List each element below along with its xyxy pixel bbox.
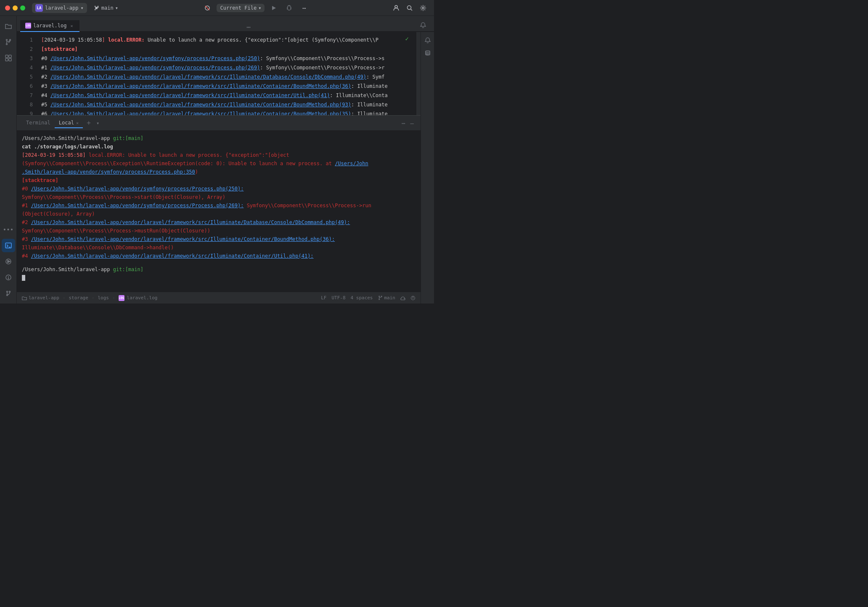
terminal-trace-0-cont: Symfony\\Component\\Process\\Process->st…	[22, 193, 415, 201]
svg-point-27	[9, 291, 10, 293]
terminal-minimize-icon[interactable]: —	[409, 119, 415, 127]
terminal-trace-4-partial: #4 /Users/John.Smith/laravel-app/vendor/…	[22, 252, 415, 260]
tab-more-button[interactable]: ⋯	[246, 23, 251, 31]
code-line-1: [2024-03-19 15:05:58] local.ERROR: Unabl…	[41, 35, 416, 45]
line-numbers: 1 2 3 4 5 6 7 8 9 10 11	[17, 32, 38, 115]
issues-icon[interactable]	[2, 271, 15, 284]
terminal-line-err3: .Smith/laravel-app/vendor/symfony/proces…	[22, 168, 415, 176]
svg-point-33	[413, 297, 413, 297]
traffic-lights	[5, 5, 25, 11]
run-button[interactable]	[268, 2, 280, 14]
info-status-icon	[410, 296, 415, 301]
terminal-prompt-bottom: /Users/John.Smith/laravel-app git:[main]	[22, 265, 415, 274]
breadcrumb-sep-2: ›	[92, 295, 95, 301]
code-line-9: #6 /Users/John.Smith/laravel-app/vendor/…	[41, 109, 416, 115]
branch-name: main	[101, 5, 114, 11]
titlebar: LA laravel-app ▾ main ▾ Current File ▾	[0, 0, 434, 16]
plugins-icon[interactable]	[2, 51, 15, 65]
tab-local[interactable]: Local ✕	[55, 118, 83, 128]
svg-point-29	[378, 299, 379, 300]
user-icon[interactable]	[390, 2, 402, 14]
svg-point-28	[378, 296, 379, 297]
git-status-icon	[378, 296, 383, 300]
terminal-line-prompt: /Users/John.Smith/laravel-app git:[main]	[22, 134, 415, 143]
branch-selector[interactable]: main ▾	[90, 4, 122, 12]
svg-point-10	[422, 7, 424, 9]
notifications-icon[interactable]	[417, 19, 429, 31]
search-icon[interactable]	[404, 2, 415, 14]
terminal-content[interactable]: /Users/John.Smith/laravel-app git:[main]…	[17, 131, 421, 292]
run-config-label: Current File	[220, 5, 257, 11]
tab-close-button[interactable]: ✕	[69, 23, 74, 29]
settings-icon[interactable]	[417, 2, 429, 14]
ellipsis-icon: •••	[3, 226, 13, 233]
folder-icon[interactable]	[2, 19, 15, 33]
code-line-3: #0 /Users/John.Smith/laravel-app/vendor/…	[41, 54, 416, 63]
scrollbar-track[interactable]	[416, 32, 421, 115]
status-bar: laravel-app › storage › logs › LOG larav…	[17, 292, 421, 304]
run-configuration-dropdown[interactable]: Current File ▾	[217, 4, 265, 12]
titlebar-right	[390, 2, 429, 14]
status-right: LF UTF-8 4 spaces main	[321, 295, 415, 301]
svg-point-24	[8, 278, 9, 279]
debug-off-icon[interactable]	[201, 2, 213, 14]
run-sidebar-icon[interactable]	[2, 255, 15, 268]
terminal-trace-3: #3 /Users/John.Smith/laravel-app/vendor/…	[22, 235, 415, 243]
editor-main: LOG laravel.log ✕ ⋯	[17, 16, 434, 304]
status-breadcrumb-logs: logs	[98, 295, 109, 301]
project-selector[interactable]: LA laravel-app ▾	[32, 3, 87, 13]
terminal-line-err2: (Symfony\\Component\\Process\\Exception\…	[22, 159, 415, 168]
project-name: laravel-app	[45, 5, 78, 11]
branch-dropdown-icon: ▾	[115, 5, 118, 11]
breadcrumb-sep-1: ›	[63, 295, 66, 301]
project-icon: LA	[35, 4, 43, 12]
cloud-sync-icon	[400, 296, 405, 301]
terminal-line-cmd: cat ./storage/logs/laravel.log	[22, 143, 415, 151]
status-project: laravel-app	[29, 295, 59, 301]
editor-split: 1 2 3 4 5 6 7 8 9 10 11 [2024-0	[17, 32, 434, 304]
tab-laravel-log[interactable]: LOG laravel.log ✕	[20, 20, 79, 32]
minimize-button[interactable]	[13, 5, 18, 11]
left-sidebar: •••	[0, 16, 17, 304]
git-branch-icon	[94, 5, 100, 11]
status-filename: laravel.log	[127, 295, 158, 301]
terminal-add-button[interactable]: ＋	[83, 117, 95, 129]
tab-label: laravel.log	[33, 23, 66, 29]
status-file-type-icon: LOG	[119, 295, 124, 301]
terminal-tab-label: Terminal	[26, 120, 50, 126]
terminal-trace-1-cont: (Object(Closure), Array)	[22, 210, 415, 218]
editor-content: 1 2 3 4 5 6 7 8 9 10 11 [2024-0	[17, 32, 421, 115]
right-notifications-icon[interactable]	[423, 35, 433, 45]
right-database-icon[interactable]	[423, 48, 433, 58]
terminal-trace-3-cont: Illuminate\\Database\\Console\\DbCommand…	[22, 243, 415, 252]
more-tools-icon[interactable]: •••	[2, 223, 15, 236]
code-line-5: #2 /Users/John.Smith/laravel-app/vendor/…	[41, 72, 416, 82]
code-line-7: #4 /Users/John.Smith/laravel-app/vendor/…	[41, 91, 416, 100]
titlebar-center: Current File ▾ ⋯	[125, 2, 387, 14]
cursor	[22, 275, 25, 281]
tab-terminal[interactable]: Terminal	[22, 118, 55, 128]
breadcrumb-sep-3: ›	[112, 295, 115, 301]
local-tab-close[interactable]: ✕	[76, 121, 79, 125]
terminal-tabs-bar: Terminal Local ✕ ＋ ▾ ⋯ —	[17, 116, 421, 131]
code-area[interactable]: [2024-03-19 15:05:58] local.ERROR: Unabl…	[38, 32, 416, 115]
vcs-icon[interactable]	[2, 35, 15, 49]
terminal-dropdown-button[interactable]: ▾	[95, 119, 101, 128]
terminal-line-stack: [stacktrace]	[22, 176, 415, 185]
code-line-8: #5 /Users/John.Smith/laravel-app/vendor/…	[41, 100, 416, 109]
terminal-options-icon[interactable]: ⋯	[400, 119, 407, 127]
status-line-ending[interactable]: LF	[321, 295, 326, 301]
debug-button[interactable]	[283, 2, 295, 14]
status-indent[interactable]: 4 spaces	[351, 295, 373, 301]
terminal-trace-0: #0 /Users/John.Smith/laravel-app/vendor/…	[22, 185, 415, 193]
check-mark: ✓	[405, 35, 409, 42]
maximize-button[interactable]	[20, 5, 25, 11]
more-options-button[interactable]: ⋯	[298, 2, 310, 14]
project-dropdown-icon: ▾	[80, 5, 83, 11]
close-button[interactable]	[5, 5, 10, 11]
terminal-sidebar-icon[interactable]	[2, 239, 15, 252]
status-encoding[interactable]: UTF-8	[331, 295, 345, 301]
git-sidebar-icon[interactable]	[2, 287, 15, 300]
status-branch[interactable]: main	[384, 295, 396, 301]
terminal-cursor-line	[22, 274, 415, 282]
